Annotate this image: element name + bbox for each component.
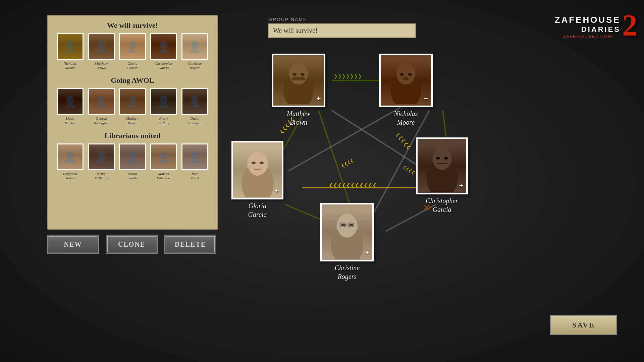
member-name: LindaWalker	[65, 116, 75, 125]
member-name: GeorgeRodriguez	[94, 116, 109, 125]
list-item[interactable]: 👤 MarthaRobinson	[150, 143, 178, 180]
avatar: 👤	[88, 143, 115, 170]
svg-text:❮❮❮❮: ❮❮❮❮	[340, 158, 355, 168]
character-name-christine: ChristineRogers	[335, 263, 360, 281]
svg-point-25	[396, 63, 415, 84]
list-item[interactable]: 👤 GloriaGarcia	[118, 33, 147, 70]
character-photo-gloria: +	[231, 141, 283, 199]
list-item[interactable]: 👤 GeorgeRodriguez	[87, 88, 116, 125]
member-name: ChristineRogers	[188, 61, 202, 70]
list-item[interactable]: 👤 NicholasMoore	[56, 33, 85, 70]
logo-number: 2	[622, 12, 637, 39]
member-name: BenjaminYoung	[63, 172, 77, 180]
list-item[interactable]: 👤 LindaWalker	[56, 88, 85, 125]
relationship-web: ❮❮❮❮❮❮❮❮❮❮❮ ❯❯❯❯❯❯❯ ❮❮❮❮❮ ❮❮❮❮❮ ❮❮❮❮ ❮❮❮…	[228, 50, 644, 352]
character-card-christopher[interactable]: + ChristopherGarcia	[416, 137, 468, 214]
character-card-gloria[interactable]: + GloriaGarcia	[231, 141, 283, 219]
avatar: 👤	[150, 143, 177, 170]
group-librarians-united[interactable]: Librarians united 👤 BenjaminYoung 👤 Henr…	[53, 131, 212, 180]
list-item[interactable]: 👤 JuanWard	[181, 143, 209, 180]
character-card-matthew[interactable]: + MatthewBrown	[272, 54, 325, 127]
svg-point-33	[260, 162, 264, 164]
group-we-will-survive[interactable]: We will survive! 👤 NicholasMoore 👤 Matth…	[53, 21, 212, 70]
list-item[interactable]: 👤 SusanSmith	[118, 143, 147, 180]
group-members-3: 👤 BenjaminYoung 👤 HenryWilliams 👤 SusanS…	[53, 143, 212, 180]
svg-point-31	[248, 152, 268, 176]
svg-text:❮❮❮❮: ❮❮❮❮	[402, 164, 416, 175]
save-button[interactable]: Save	[550, 315, 617, 335]
svg-rect-20	[292, 77, 305, 80]
character-name-christopher: ChristopherGarcia	[426, 196, 458, 214]
group-going-awol[interactable]: Going AWOL 👤 LindaWalker 👤 GeorgeRodrigu…	[53, 76, 212, 125]
svg-point-37	[436, 157, 440, 160]
character-name-gloria: GloriaGarcia	[248, 201, 267, 219]
clone-button[interactable]: Clone	[106, 235, 158, 254]
group-members-2: 👤 LindaWalker 👤 GeorgeRodriguez 👤 Matthe…	[53, 88, 212, 125]
list-item[interactable]: 👤 MatthewBrown	[118, 88, 147, 125]
avatar: 👤	[119, 88, 146, 115]
member-name: JuanWard	[191, 172, 199, 180]
member-name: MarthaRobinson	[157, 172, 171, 180]
avatar: 👤	[88, 88, 115, 115]
svg-point-38	[444, 157, 448, 160]
member-name: NicholasMoore	[63, 61, 76, 70]
avatar: 👤	[88, 33, 115, 60]
avatar: 👤	[150, 33, 177, 60]
add-icon-gloria[interactable]: +	[274, 186, 279, 195]
logo-url: ZAFEHOUSE2.COM	[555, 34, 621, 39]
member-name: MatthewBrown	[95, 61, 108, 70]
list-item[interactable]: 👤 BenjaminYoung	[56, 143, 85, 180]
avatar: 👤	[181, 143, 208, 170]
list-item[interactable]: 👤 HenryWilliams	[87, 143, 116, 180]
new-button[interactable]: New	[47, 235, 99, 254]
character-card-nicholas[interactable]: + NicholasMoore	[379, 54, 433, 127]
avatar: 👤	[150, 88, 177, 115]
group-members-1: 👤 NicholasMoore 👤 MatthewBrown 👤 GloriaG…	[53, 33, 212, 70]
group-title-3: Librarians united	[53, 131, 212, 140]
logo-zafehouse: ZAFEHOUSE	[555, 15, 621, 25]
svg-text:❮❮❮❮❮: ❮❮❮❮❮	[395, 131, 412, 150]
member-name: ChristopherGarcia	[155, 61, 172, 70]
member-name: DavidColeman	[188, 116, 202, 125]
list-item[interactable]: 👤 FrankCollins	[150, 88, 178, 125]
svg-rect-39	[437, 163, 447, 164]
logo: ZAFEHOUSE DIARIES ZAFEHOUSE2.COM 2	[555, 12, 637, 39]
add-icon-matthew[interactable]: +	[316, 94, 321, 103]
avatar: 👤	[57, 143, 84, 170]
character-name-nicholas: NicholasMoore	[394, 109, 418, 127]
character-photo-nicholas: +	[379, 54, 433, 107]
character-photo-christine: +	[320, 203, 374, 261]
member-name: MatthewBrown	[126, 116, 139, 125]
member-name: HenryWilliams	[95, 172, 108, 180]
svg-point-19	[289, 63, 308, 84]
svg-point-22	[301, 73, 305, 76]
list-item[interactable]: 👤 MatthewBrown	[87, 33, 116, 70]
group-name-input[interactable]	[268, 23, 416, 38]
avatar: 👤	[181, 33, 208, 60]
character-name-matthew: MatthewBrown	[287, 109, 310, 127]
svg-point-32	[252, 162, 256, 164]
groups-panel: We will survive! 👤 NicholasMoore 👤 Matth…	[47, 15, 218, 230]
svg-text:❮❮❮❮❮❮❮❮❮❮❮: ❮❮❮❮❮❮❮❮❮❮❮	[329, 182, 377, 188]
svg-point-26	[400, 73, 404, 76]
avatar: 👤	[57, 33, 84, 60]
member-name: SusanSmith	[128, 172, 137, 180]
list-item[interactable]: 👤 ChristopherGarcia	[150, 33, 178, 70]
list-item[interactable]: 👤 DavidColeman	[181, 88, 209, 125]
avatar: 👤	[57, 88, 84, 115]
svg-point-43	[341, 224, 345, 226]
add-icon-christopher[interactable]: +	[459, 181, 464, 190]
avatar: 👤	[181, 88, 208, 115]
svg-point-36	[433, 147, 451, 170]
add-icon-christine[interactable]: +	[365, 248, 370, 257]
list-item[interactable]: 👤 ChristineRogers	[181, 33, 209, 70]
group-title-2: Going AWOL	[53, 76, 212, 85]
group-name-container: Group Name	[268, 17, 416, 38]
character-card-christine[interactable]: + ChristineRogers	[320, 203, 374, 281]
group-title-1: We will survive!	[53, 21, 212, 30]
character-photo-matthew: +	[272, 54, 325, 107]
svg-text:❯❯❯❯❯❯❯: ❯❯❯❯❯❯❯	[334, 74, 362, 79]
delete-button[interactable]: Delete	[164, 235, 216, 254]
add-icon-nicholas[interactable]: +	[424, 94, 428, 103]
svg-point-44	[349, 224, 353, 226]
